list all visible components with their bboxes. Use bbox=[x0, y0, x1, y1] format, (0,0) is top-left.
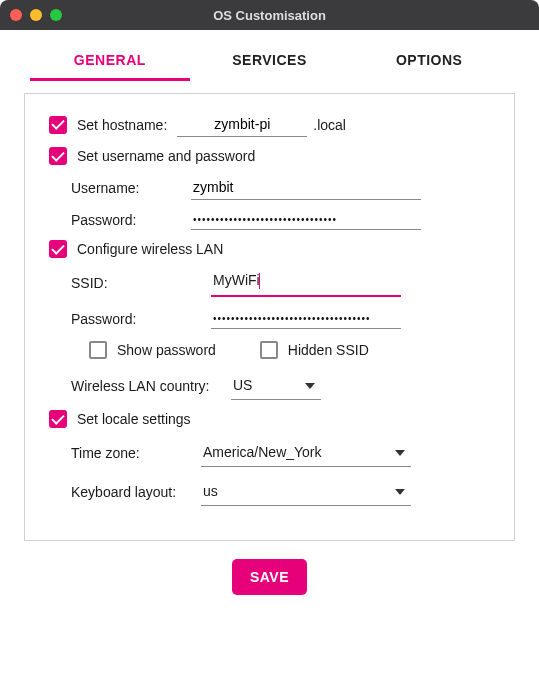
tab-general[interactable]: GENERAL bbox=[30, 52, 190, 81]
hostname-input[interactable] bbox=[177, 112, 307, 137]
wifi-country-row: Wireless LAN country: US bbox=[71, 371, 490, 400]
timezone-label: Time zone: bbox=[71, 445, 201, 461]
ssid-row: SSID: MyWiFi bbox=[71, 268, 490, 297]
hidden-ssid-checkbox[interactable] bbox=[260, 341, 278, 359]
wifi-password-label: Password: bbox=[71, 311, 211, 327]
save-button[interactable]: SAVE bbox=[232, 559, 307, 595]
hostname-row: Set hostname: .local bbox=[49, 112, 490, 137]
wifi-password-row: Password: ••••••••••••••••••••••••••••••… bbox=[71, 309, 490, 329]
keyboard-row: Keyboard layout: us bbox=[71, 477, 490, 506]
username-input[interactable] bbox=[191, 175, 421, 200]
show-password-checkbox[interactable] bbox=[89, 341, 107, 359]
general-panel: Set hostname: .local Set username and pa… bbox=[24, 93, 515, 541]
set-hostname-checkbox[interactable] bbox=[49, 116, 67, 134]
username-label: Username: bbox=[71, 180, 191, 196]
wifi-country-label: Wireless LAN country: bbox=[71, 378, 231, 394]
password-label: Password: bbox=[71, 212, 191, 228]
configure-wifi-label: Configure wireless LAN bbox=[77, 241, 223, 257]
ssid-input[interactable]: MyWiFi bbox=[211, 268, 401, 297]
close-window-button[interactable] bbox=[10, 9, 22, 21]
hostname-suffix: .local bbox=[313, 117, 346, 133]
show-password-label: Show password bbox=[117, 342, 216, 358]
wifi-row: Configure wireless LAN bbox=[49, 240, 490, 258]
keyboard-select[interactable]: us bbox=[201, 477, 411, 506]
ssid-label: SSID: bbox=[71, 275, 211, 291]
locale-row: Set locale settings bbox=[49, 410, 490, 428]
minimize-window-button[interactable] bbox=[30, 9, 42, 21]
titlebar: OS Customisation bbox=[0, 0, 539, 30]
username-row: Username: bbox=[71, 175, 490, 200]
hidden-ssid-label: Hidden SSID bbox=[288, 342, 369, 358]
tab-bar: GENERAL SERVICES OPTIONS bbox=[0, 30, 539, 81]
tab-options[interactable]: OPTIONS bbox=[349, 52, 509, 81]
text-caret bbox=[259, 273, 260, 289]
set-locale-checkbox[interactable] bbox=[49, 410, 67, 428]
password-row: Password: ••••••••••••••••••••••••••••••… bbox=[71, 210, 490, 230]
configure-wifi-checkbox[interactable] bbox=[49, 240, 67, 258]
keyboard-label: Keyboard layout: bbox=[71, 484, 201, 500]
set-userpass-checkbox[interactable] bbox=[49, 147, 67, 165]
tab-services[interactable]: SERVICES bbox=[190, 52, 350, 81]
wifi-country-select[interactable]: US bbox=[231, 371, 321, 400]
set-locale-label: Set locale settings bbox=[77, 411, 191, 427]
ssid-value: MyWiFi bbox=[213, 272, 260, 288]
userpass-row: Set username and password bbox=[49, 147, 490, 165]
timezone-row: Time zone: America/New_York bbox=[71, 438, 490, 467]
password-input[interactable]: •••••••••••••••••••••••••••••••• bbox=[191, 210, 421, 230]
wifi-options-row: Show password Hidden SSID bbox=[89, 341, 490, 359]
timezone-select[interactable]: America/New_York bbox=[201, 438, 411, 467]
set-hostname-label: Set hostname: bbox=[77, 117, 167, 133]
set-userpass-label: Set username and password bbox=[77, 148, 255, 164]
window-title: OS Customisation bbox=[0, 8, 539, 23]
maximize-window-button[interactable] bbox=[50, 9, 62, 21]
wifi-password-input[interactable]: ••••••••••••••••••••••••••••••••••• bbox=[211, 309, 401, 329]
